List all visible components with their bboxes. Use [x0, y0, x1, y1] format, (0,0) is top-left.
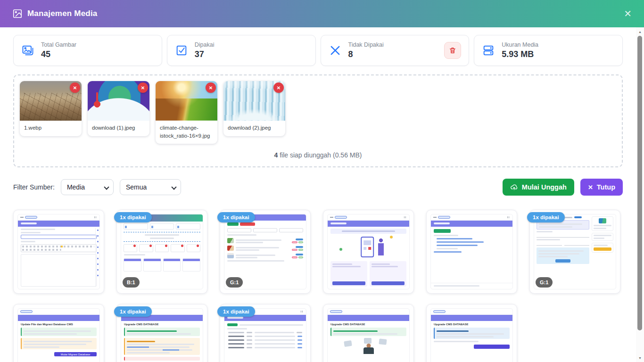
decor: [228, 332, 244, 333]
decor: [434, 285, 479, 287]
decor: [239, 324, 303, 326]
decor: [227, 238, 234, 243]
media-grid-item[interactable]: Upgrade CMS DATABASE: [426, 304, 517, 362]
decor: [537, 247, 589, 264]
stat-value: 8: [348, 49, 384, 59]
start-upload-button[interactable]: Mulai Unggah: [503, 179, 574, 196]
source-filter-select[interactable]: Media: [61, 179, 114, 195]
media-grid-item[interactable]: 1x dipakai G:1: [220, 210, 311, 294]
decor: [279, 228, 303, 232]
media-grid-item[interactable]: 1x dipakai G:1: [529, 210, 620, 294]
decor: [301, 311, 304, 313]
decor: [378, 239, 384, 257]
status-filter-select[interactable]: Semua: [120, 179, 181, 195]
scroll-up-icon[interactable]: ▲: [636, 28, 644, 35]
stats-row: Total Gambar 45 Dipakai 37 Tidak Dipakai…: [13, 35, 623, 66]
media-grid-item[interactable]: Update File dan Migrasi Database CMS Mul…: [13, 304, 104, 362]
media-grid-item[interactable]: 1x dipakai Upgrade CMS DATABASE: [116, 304, 207, 362]
stat-card-total: Total Gambar 45: [13, 35, 162, 66]
scroll-down-icon[interactable]: ▼: [636, 354, 644, 361]
decor: [187, 244, 200, 252]
remove-file-icon[interactable]: ✕: [206, 82, 216, 93]
media-grid-item[interactable]: [426, 210, 517, 294]
decor: [228, 339, 244, 341]
upload-file-card: ✕ download (2).jpeg: [223, 81, 285, 136]
decor: [150, 238, 174, 239]
decor: [124, 232, 200, 232]
decor: [236, 239, 281, 241]
thumbnail-preview-doc-migrate: Update File dan Migrasi Database CMS Mul…: [17, 308, 100, 362]
upload-summary-text: file siap diunggah (0.56 MB): [278, 151, 362, 159]
images-icon: [21, 44, 34, 57]
decor: [255, 332, 294, 333]
close-icon[interactable]: ✕: [624, 8, 632, 19]
decor: [21, 235, 97, 239]
decor: [434, 341, 479, 342]
decor: [330, 310, 342, 313]
decor: [437, 241, 484, 243]
decor: [255, 347, 295, 348]
remove-file-icon[interactable]: ✕: [70, 82, 80, 93]
decor: [228, 343, 302, 345]
decor: [292, 256, 297, 258]
decor: [227, 246, 234, 251]
scrollbar-thumb[interactable]: [637, 36, 642, 330]
decor: [594, 245, 608, 246]
thumbnail-title: Upgrade CMS DATABASE: [434, 323, 510, 326]
upload-file-card: ✕ download (1).jpeg: [88, 81, 149, 136]
media-grid-item[interactable]: [13, 210, 104, 294]
decor: [594, 235, 611, 236]
reference-badge: G:1: [536, 277, 553, 288]
remove-file-icon[interactable]: ✕: [138, 82, 148, 93]
thumbnail-preview-list-page: [430, 214, 513, 289]
decor: [247, 332, 252, 333]
decor: [434, 328, 510, 339]
decor: [434, 251, 462, 253]
media-grid-item[interactable]: 1x dipakai B:1: [116, 210, 207, 294]
decor: [330, 261, 367, 287]
close-modal-button[interactable]: ✕ Tutup: [580, 179, 623, 196]
decor: [431, 221, 512, 227]
decor: [330, 236, 406, 259]
decor: [25, 216, 37, 219]
media-grid-item[interactable]: 1x dipakai: [220, 304, 311, 362]
decor: [332, 263, 352, 265]
thumbnail-preview-illustration-page: [327, 214, 410, 289]
check-square-icon: [175, 44, 188, 57]
decor: [21, 241, 35, 242]
modal-body: Total Gambar 45 Dipakai 37 Tidak Dipakai…: [0, 27, 636, 362]
media-grid-item[interactable]: Upgrade CMS DATABASE: [323, 304, 414, 362]
decor: [236, 242, 263, 243]
decor: [297, 347, 302, 348]
decor: [227, 222, 239, 226]
decor: [21, 222, 37, 224]
decor: [297, 336, 302, 337]
delete-unused-button[interactable]: [444, 42, 461, 59]
decor: [437, 336, 494, 337]
upload-dropzone[interactable]: ✕ 1.webp ✕ download (1).jpeg ✕ climate-c…: [13, 74, 623, 167]
decor: [228, 332, 302, 333]
decor: [247, 347, 252, 348]
decor: [127, 344, 194, 345]
decor: [21, 232, 41, 233]
media-grid-item[interactable]: [323, 210, 414, 294]
decor: [539, 226, 572, 228]
decor: [537, 242, 562, 246]
decor: [330, 328, 406, 336]
thumbnail-preview-form-page: [17, 214, 100, 289]
decor: [437, 238, 472, 239]
decor: [227, 260, 284, 262]
decor: [328, 315, 409, 321]
decor: [564, 242, 590, 246]
remove-file-icon[interactable]: ✕: [273, 82, 284, 93]
decor: [236, 246, 285, 251]
file-name: 1.webp: [20, 121, 82, 136]
decor: [228, 336, 244, 337]
decor: [236, 239, 285, 243]
decor: [364, 338, 372, 344]
decor: [437, 330, 469, 332]
decor: [592, 233, 613, 241]
decor: [433, 310, 446, 313]
decor: [227, 228, 251, 232]
filter-row: Filter Sumber: Media Semua Mulai Unggah …: [13, 179, 623, 196]
